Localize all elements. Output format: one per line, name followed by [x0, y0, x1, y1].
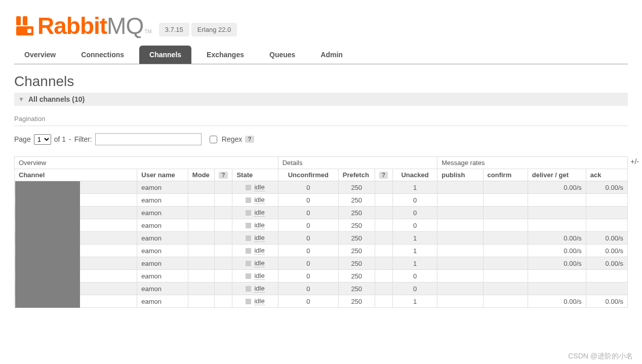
- columns-toggle[interactable]: +/-: [630, 157, 639, 166]
- col-publish[interactable]: publish: [437, 169, 483, 181]
- cell-deliver: 0.00/s: [528, 245, 586, 257]
- cell-user: eamon: [137, 257, 188, 270]
- cell-unacked: 0: [392, 219, 437, 232]
- cell-mode: [188, 257, 214, 270]
- cell-unacked: 1: [392, 232, 437, 245]
- cell-user: eamon: [137, 270, 188, 282]
- state-icon: [246, 223, 251, 228]
- cell-publish: [437, 295, 483, 308]
- table-row: :55752 (2)eamonidle02500: [15, 207, 628, 219]
- cell-unconfirmed: 0: [278, 181, 338, 194]
- regex-label: Regex: [222, 135, 242, 143]
- pagination-label: Pagination: [14, 115, 628, 126]
- nav-tabs: OverviewConnectionsChannelsExchangesQueu…: [14, 46, 628, 64]
- table-row: :55752 (1)eamonidle025010.00/s0.00/s: [15, 181, 628, 194]
- col-user[interactable]: User name: [137, 169, 188, 181]
- rabbitmq-logo[interactable]: RabbitMQ: [14, 12, 143, 39]
- group-rates: Message rates: [437, 157, 628, 169]
- table-row: :55752 (6)eamonidle025010.00/s0.00/s: [15, 257, 628, 270]
- cell-mode2: [215, 194, 232, 207]
- cell-prefetch: 250: [338, 181, 375, 194]
- cell-unacked: 1: [392, 257, 437, 270]
- cell-deliver: 0.00/s: [528, 232, 586, 245]
- cell-unconfirmed: 0: [278, 207, 338, 219]
- regex-help-icon[interactable]: ?: [245, 136, 254, 143]
- table-row: :55752 (8)eamonidle02500: [15, 282, 628, 295]
- help-icon: ?: [219, 172, 227, 179]
- cell-mode: [188, 194, 214, 207]
- col-mode[interactable]: Mode: [188, 169, 214, 181]
- cell-deliver: [528, 270, 586, 282]
- cell-state: idle: [232, 295, 278, 308]
- cell-confirm: [483, 245, 528, 257]
- cell-mode: [188, 232, 214, 245]
- regex-checkbox[interactable]: [210, 136, 217, 143]
- col-unconfirmed[interactable]: Unconfirmed: [278, 169, 338, 181]
- redacted-region: [15, 181, 80, 308]
- col-state[interactable]: State: [232, 169, 278, 181]
- cell-prefetch: 250: [338, 207, 375, 219]
- tab-overview[interactable]: Overview: [14, 46, 66, 64]
- state-icon: [246, 261, 251, 266]
- cell-publish: [437, 270, 483, 282]
- cell-prefetch2: [375, 270, 392, 282]
- cell-confirm: [483, 295, 528, 308]
- col-channel[interactable]: Channel: [15, 169, 137, 181]
- col-ack[interactable]: ack: [586, 169, 627, 181]
- state-icon: [246, 210, 251, 216]
- cell-mode: [188, 270, 214, 282]
- cell-unconfirmed: 0: [278, 282, 338, 295]
- help-icon: ?: [379, 172, 388, 179]
- cell-user: eamon: [137, 245, 188, 257]
- cell-mode2: [215, 282, 232, 295]
- tab-exchanges[interactable]: Exchanges: [196, 46, 254, 64]
- state-icon: [246, 299, 251, 304]
- cell-user: eamon: [137, 194, 188, 207]
- state-icon: [246, 197, 251, 203]
- filter-input[interactable]: [95, 133, 202, 145]
- cell-prefetch: 250: [338, 232, 375, 245]
- section-all-channels[interactable]: ▼ All channels (10): [14, 93, 628, 106]
- col-unacked[interactable]: Unacked: [392, 169, 437, 181]
- cell-mode: [188, 207, 214, 219]
- cell-unacked: 1: [392, 295, 437, 308]
- cell-user: eamon: [137, 207, 188, 219]
- col-prefetch-help[interactable]: ?: [375, 169, 392, 181]
- col-prefetch[interactable]: Prefetch: [338, 169, 375, 181]
- tab-queues[interactable]: Queues: [259, 46, 305, 64]
- cell-unacked: 0: [392, 207, 437, 219]
- cell-user: eamon: [137, 232, 188, 245]
- cell-unconfirmed: 0: [278, 257, 338, 270]
- tab-connections[interactable]: Connections: [71, 46, 134, 64]
- cell-state: idle: [232, 257, 278, 270]
- cell-ack: 0.00/s: [586, 181, 627, 194]
- cell-mode2: [215, 257, 232, 270]
- cell-deliver: [528, 207, 586, 219]
- cell-mode2: [215, 219, 232, 232]
- col-confirm[interactable]: confirm: [483, 169, 528, 181]
- cell-confirm: [483, 194, 528, 207]
- state-icon: [246, 286, 251, 292]
- table-row: :55752 (3)eamonidle02500: [15, 219, 628, 232]
- cell-state: idle: [232, 219, 278, 232]
- table-group-row: Overview Details Message rates: [15, 157, 628, 169]
- tab-channels[interactable]: Channels: [139, 46, 191, 64]
- svg-rect-0: [16, 16, 21, 25]
- cell-unconfirmed: 0: [278, 194, 338, 207]
- cell-unacked: 1: [392, 245, 437, 257]
- state-icon: [246, 185, 251, 190]
- col-deliver[interactable]: deliver / get: [528, 169, 586, 181]
- cell-ack: [586, 207, 627, 219]
- cell-prefetch: 250: [338, 219, 375, 232]
- cell-deliver: [528, 194, 586, 207]
- page-header: RabbitMQ TM 3.7.15 Erlang 22.0: [14, 12, 628, 39]
- col-mode-help[interactable]: ?: [215, 169, 232, 181]
- tab-admin[interactable]: Admin: [310, 46, 353, 64]
- page-select[interactable]: 1: [34, 134, 51, 145]
- cell-prefetch: 250: [338, 257, 375, 270]
- cell-unacked: 0: [392, 282, 437, 295]
- cell-prefetch2: [375, 181, 392, 194]
- cell-mode: [188, 219, 214, 232]
- state-icon: [246, 235, 251, 241]
- table-row: :55752 (7)eamonidle02500: [15, 270, 628, 282]
